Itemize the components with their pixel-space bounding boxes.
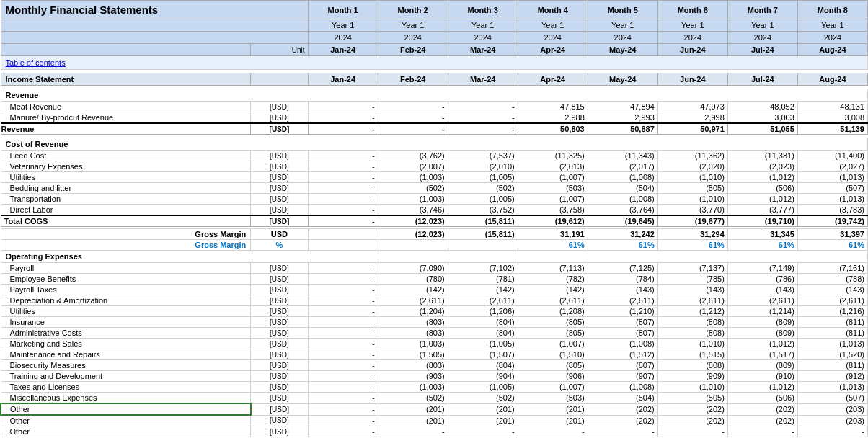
other3-mar: -	[448, 426, 518, 437]
biosecurity-unit: [USD]	[251, 360, 308, 371]
admin-apr: (805)	[518, 328, 588, 339]
is-aug: Aug-24	[797, 73, 867, 86]
taxlic-jun: (1,010)	[657, 382, 727, 393]
feed-mar: (7,537)	[448, 151, 518, 161]
is-may: May-24	[588, 73, 657, 86]
income-statement-header: Income Statement Jan-24 Feb-24 Mar-24 Ap…	[1, 73, 868, 86]
bedding-jun: (505)	[657, 183, 727, 194]
rev-total-mar: -	[448, 123, 518, 135]
admin-aug: (811)	[797, 328, 867, 339]
ptax-feb: (142)	[378, 285, 448, 295]
gm-pct-jul: 61%	[727, 240, 797, 251]
ptax-jan: -	[308, 285, 378, 295]
augcode: Aug-24	[797, 44, 867, 56]
empben-feb: (780)	[378, 274, 448, 285]
rev-total-jun: 50,971	[657, 123, 727, 135]
gm-pct-aug: 61%	[797, 240, 867, 251]
empben-jul: (786)	[727, 274, 797, 285]
bio-jan: -	[308, 360, 378, 371]
other2-feb: (201)	[378, 415, 448, 426]
misc-jul: (506)	[727, 393, 797, 404]
month3-header: Month 3	[448, 1, 518, 19]
manure-mar: -	[448, 112, 518, 124]
util-cogs-apr: (1,007)	[518, 172, 588, 183]
dep-aug: (2,611)	[797, 295, 867, 306]
opex-label: Operating Expenses	[1, 251, 868, 263]
payroll-feb: (7,090)	[378, 263, 448, 274]
dep-jun: (2,611)	[657, 295, 727, 306]
dlabor-jan: -	[308, 205, 378, 216]
direct-labor-row: Direct Labor [USD] - (3,746) (3,752) (3,…	[1, 205, 868, 216]
util-cogs-jan: -	[308, 172, 378, 183]
other1-jan: -	[308, 403, 378, 415]
transport-unit: [USD]	[251, 194, 308, 205]
emp-benefits-label: Employee Benefits	[1, 274, 251, 285]
year7-val: 2024	[727, 32, 797, 44]
gm-pct-jun: 61%	[657, 240, 727, 251]
financial-table: Monthly Financial Statements Month 1 Mon…	[0, 0, 868, 437]
transport-aug: (1,013)	[797, 194, 867, 205]
other3-feb: -	[378, 426, 448, 437]
taxlic-mar: (1,005)	[448, 382, 518, 393]
cogs-total-apr: (19,612)	[518, 215, 588, 227]
insurance-row: Insurance [USD] - (803) (804) (805) (807…	[1, 317, 868, 328]
mkt-aug: (1,013)	[797, 339, 867, 349]
vet-expenses-row: Veterinary Expenses [USD] - (2,007) (2,0…	[1, 161, 868, 172]
manure-aug: 3,008	[797, 112, 867, 124]
feed-jun: (11,362)	[657, 151, 727, 161]
year-row: Year 1 Year 1 Year 1 Year 1 Year 1 Year …	[1, 19, 868, 32]
transport-apr: (1,007)	[518, 194, 588, 205]
manure-may: 2,993	[588, 112, 657, 124]
admin-jan: -	[308, 328, 378, 339]
bedding-unit: [USD]	[251, 183, 308, 194]
year8-val: 2024	[797, 32, 867, 44]
train-jul: (910)	[727, 371, 797, 382]
vet-may: (2,017)	[588, 161, 657, 172]
total-cogs-row: Total COGS [USD] - (12,023) (15,811) (19…	[1, 215, 868, 227]
cogs-total-may: (19,645)	[588, 215, 657, 227]
util-opex-jun: (1,212)	[657, 306, 727, 317]
rev-total-aug: 51,139	[797, 123, 867, 135]
marketing-label: Marketing and Sales	[1, 339, 251, 349]
other2-jul: (202)	[727, 415, 797, 426]
taxes-licenses-row: Taxes and Licenses [USD] - (1,003) (1,00…	[1, 382, 868, 393]
mkt-mar: (1,005)	[448, 339, 518, 349]
util-opex-feb: (1,204)	[378, 306, 448, 317]
gross-margin-unit-usd: USD	[251, 229, 308, 240]
empben-aug: (788)	[797, 274, 867, 285]
rev-total-jul: 51,055	[727, 123, 797, 135]
ins-may: (807)	[588, 317, 657, 328]
misc-feb: (502)	[378, 393, 448, 404]
feed-jul: (11,381)	[727, 151, 797, 161]
year5-label: Year 1	[588, 19, 657, 32]
transport-jan: -	[308, 194, 378, 205]
taxes-licenses-unit: [USD]	[251, 382, 308, 393]
ptax-aug: (143)	[797, 285, 867, 295]
ins-jun: (808)	[657, 317, 727, 328]
feed-jan: -	[308, 151, 378, 161]
bedding-aug: (507)	[797, 183, 867, 194]
feed-cost-row: Feed Cost [USD] - (3,762) (7,537) (11,32…	[1, 151, 868, 161]
other-1-label: Other	[1, 403, 251, 415]
manure-revenue-label: Manure/ By-prodcut Revenue	[1, 112, 251, 124]
taxlic-jul: (1,012)	[727, 382, 797, 393]
month7-header: Month 7	[727, 1, 797, 19]
direct-labor-label: Direct Labor	[1, 205, 251, 216]
misc-expenses-row: Miscellaneous Expenses [USD] - (502) (50…	[1, 393, 868, 404]
year1-label: Year 1	[308, 19, 378, 32]
maint-aug: (1,520)	[797, 349, 867, 360]
table-title: Monthly Financial Statements	[1, 1, 308, 19]
payroll-jan: -	[308, 263, 378, 274]
cogs-total-mar: (15,811)	[448, 215, 518, 227]
util-opex-may: (1,210)	[588, 306, 657, 317]
payroll-mar: (7,102)	[448, 263, 518, 274]
utilities-opex-unit: [USD]	[251, 306, 308, 317]
taxlic-aug: (1,013)	[797, 382, 867, 393]
cogs-total-aug: (19,742)	[797, 215, 867, 227]
other3-may: -	[588, 426, 657, 437]
julcode: Jul-24	[727, 44, 797, 56]
dlabor-mar: (3,752)	[448, 205, 518, 216]
feed-cost-label: Feed Cost	[1, 151, 251, 161]
insurance-label: Insurance	[1, 317, 251, 328]
toc-link[interactable]: Table of contents	[6, 58, 66, 67]
